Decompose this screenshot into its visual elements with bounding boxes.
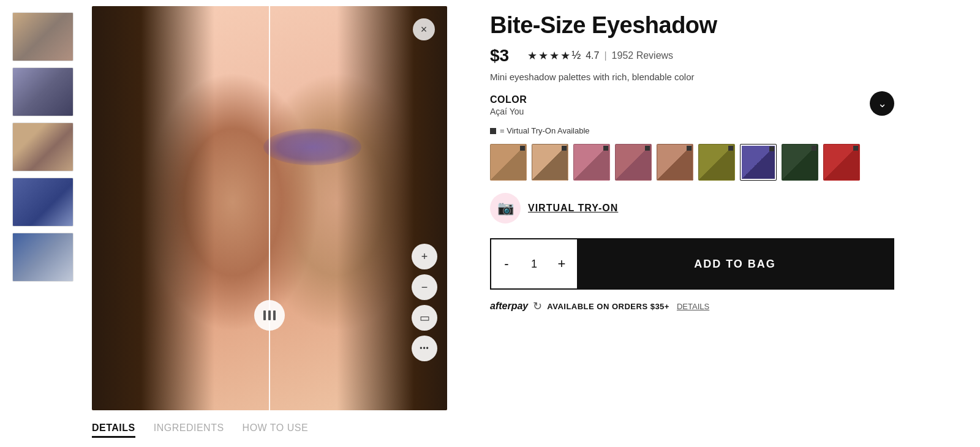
thumbnail-item-4[interactable] [12,233,74,282]
star-rating: ★ ★ ★ ★ ½ [527,49,581,62]
swatch-5[interactable] [657,144,693,181]
chevron-down-icon: ⌄ [878,97,887,110]
color-swatches [490,144,894,181]
rating-section: ★ ★ ★ ★ ½ 4.7 | 1952 Reviews [527,49,673,62]
tab-how-to-use[interactable]: HOW TO USE [243,423,309,438]
swatch-4[interactable] [615,144,652,181]
swatch-1[interactable] [490,144,527,181]
quantity-control: - 1 + [491,239,577,288]
vto-notice: = Virtual Try-On Available [490,126,894,135]
frame-icon: ▭ [420,311,430,325]
zoom-in-icon: + [421,250,428,263]
product-tabs: DETAILS INGREDIENTS HOW TO USE [86,416,459,444]
afterpay-row: afterpay ↻ AVAILABLE ON ORDERS $35+ DETA… [490,299,894,313]
thumbnail-item-0[interactable] [12,12,74,61]
add-to-bag-button[interactable]: ADD TO BAG [577,239,893,288]
star-3: ★ [549,49,559,62]
pause-button[interactable] [254,300,285,331]
price-rating-row: $3 ★ ★ ★ ★ ½ 4.7 | 1952 Reviews [490,46,894,66]
product-description: Mini eyeshadow palettes with rich, blend… [490,72,894,82]
camera-icon-circle: 📷 [490,193,521,224]
quantity-decrease-button[interactable]: - [491,239,522,288]
afterpay-details-link[interactable]: DETAILS [677,302,709,311]
afterpay-logo: afterpay [490,301,528,312]
close-icon: × [421,23,428,36]
main-product-image: × + − ▭ ••• [92,6,447,410]
quantity-value: 1 [522,258,546,271]
vto-square-icon [490,128,496,134]
thumbnail-item-3[interactable] [12,178,74,227]
swatch-3[interactable] [573,144,610,181]
thumbnail-item-1[interactable] [12,67,74,116]
pause-icon [263,310,276,320]
star-4: ★ [560,49,570,62]
product-info-panel: Bite-Size Eyeshadow $3 ★ ★ ★ ★ ½ 4.7 | 1… [472,0,913,325]
more-options-button[interactable]: ••• [412,336,437,361]
afterpay-availability-text: AVAILABLE ON ORDERS $35+ [547,302,669,311]
more-icon: ••• [420,344,429,353]
afterpay-arrow-icon: ↻ [533,299,542,313]
swatch-9[interactable] [823,144,860,181]
hair-left [92,6,214,410]
star-2: ★ [538,49,548,62]
zoom-out-icon: − [421,281,428,294]
color-section: COLOR Açaí You ⌄ [490,94,894,116]
swatch-7-acai-you[interactable] [740,144,777,181]
camera-icon: 📷 [497,200,514,216]
image-controls: + − ▭ ••• [412,244,437,361]
swatch-6[interactable] [698,144,735,181]
zoom-in-button[interactable]: + [412,244,437,269]
close-button[interactable]: × [413,18,435,40]
color-selected-name: Açaí You [490,107,527,116]
eye-makeup-overlay [263,129,361,165]
thumbnail-item-2[interactable] [12,122,74,171]
product-price: $3 [490,46,509,66]
zoom-out-button[interactable]: − [412,274,437,300]
add-to-bag-row: - 1 + ADD TO BAG [490,238,894,290]
rating-value: 4.7 [586,50,599,61]
color-expand-button[interactable]: ⌄ [870,91,894,116]
star-half: ½ [571,49,581,62]
tab-details[interactable]: DETAILS [92,423,135,438]
reviews-count[interactable]: 1952 Reviews [612,50,674,61]
frame-button[interactable]: ▭ [412,305,437,331]
swatch-8[interactable] [782,144,818,181]
color-label: COLOR [490,94,527,105]
swatch-2[interactable] [532,144,568,181]
thumbnail-list [0,6,86,288]
quantity-increase-button[interactable]: + [546,239,577,288]
tab-ingredients[interactable]: INGREDIENTS [154,423,224,438]
rating-separator: | [604,50,606,61]
product-title: Bite-Size Eyeshadow [490,12,894,39]
star-1: ★ [527,49,537,62]
vto-button[interactable]: VIRTUAL TRY-ON [528,203,618,214]
before-after-divider [269,6,270,410]
vto-notice-text: = Virtual Try-On Available [500,126,590,135]
vto-button-row: 📷 VIRTUAL TRY-ON [490,193,894,224]
